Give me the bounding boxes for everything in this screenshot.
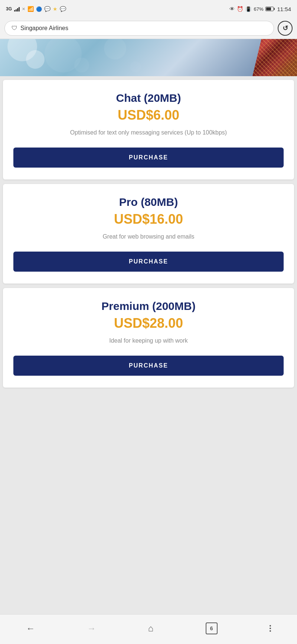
star-icon: ★ — [53, 6, 58, 12]
forward-icon: → — [87, 623, 96, 634]
home-icon: ⌂ — [148, 623, 154, 634]
pro-plan-description: Great for web browsing and emails — [102, 232, 194, 241]
hero-image — [0, 39, 297, 76]
url-text: Singapore Airlines — [20, 25, 68, 32]
signal-3g-label: 3G — [6, 6, 12, 12]
chat-plan-name: Chat (20MB) — [116, 92, 181, 104]
reload-button[interactable]: ↺ — [278, 21, 293, 36]
pro-plan-price: USD$16.00 — [114, 211, 183, 227]
back-button[interactable]: ← — [23, 620, 38, 637]
chat-plan-price: USD$6.00 — [118, 107, 179, 123]
home-button[interactable]: ⌂ — [145, 620, 157, 637]
url-bar[interactable]: 🛡 Singapore Airlines — [4, 21, 274, 36]
bluetooth-icon: 🔵 — [36, 6, 42, 12]
shield-icon: 🛡 — [12, 25, 17, 32]
tabs-count-label: 6 — [210, 625, 213, 631]
chat-plan-card: Chat (20MB) USD$6.00 Optimised for text … — [3, 80, 294, 179]
more-icon — [270, 625, 271, 632]
premium-plan-card: Premium (200MB) USD$28.00 Ideal for keep… — [3, 288, 294, 388]
main-content: Chat (20MB) USD$6.00 Optimised for text … — [0, 76, 297, 614]
status-right: 👁 ⏰ 📳 67% 11:54 — [229, 6, 291, 12]
back-icon: ← — [26, 623, 35, 634]
time-display: 11:54 — [277, 6, 291, 12]
battery-icon — [265, 7, 275, 11]
premium-plan-name: Premium (200MB) — [101, 300, 195, 313]
wechat-icon: 💬 — [60, 6, 66, 12]
premium-purchase-button[interactable]: PURCHASE — [13, 356, 284, 376]
reload-icon: ↺ — [283, 24, 288, 32]
pro-purchase-button[interactable]: PURCHASE — [13, 252, 284, 272]
vibrate-icon: 📳 — [245, 6, 251, 12]
signal-bars-icon — [14, 6, 20, 12]
wifi-icon: 📶 — [27, 6, 34, 12]
premium-plan-price: USD$28.00 — [114, 315, 183, 331]
more-button[interactable] — [267, 622, 274, 635]
tabs-button[interactable]: 6 — [203, 619, 221, 637]
signal-x-icon: ✕ — [22, 7, 25, 12]
premium-plan-description: Ideal for keeping up with work — [109, 336, 188, 345]
chat-purchase-button[interactable]: PURCHASE — [13, 148, 284, 168]
chat-plan-description: Optimised for text only messaging servic… — [70, 128, 227, 137]
eye-icon: 👁 — [229, 6, 235, 12]
forward-button[interactable]: → — [84, 620, 99, 637]
hero-background — [0, 39, 297, 76]
bottom-navigation: ← → ⌂ 6 — [0, 614, 297, 644]
message-icon: 💬 — [44, 6, 50, 12]
address-bar: 🛡 Singapore Airlines ↺ — [0, 18, 297, 39]
pro-plan-name: Pro (80MB) — [119, 196, 178, 208]
alarm-icon: ⏰ — [237, 6, 243, 12]
battery-percent: 67% — [254, 6, 263, 12]
tabs-count-badge: 6 — [206, 622, 218, 634]
pro-plan-card: Pro (80MB) USD$16.00 Great for web brows… — [3, 184, 294, 284]
status-left: 3G ✕ 📶 🔵 💬 ★ 💬 — [6, 6, 66, 12]
status-bar: 3G ✕ 📶 🔵 💬 ★ 💬 👁 ⏰ 📳 67% 11:54 — [0, 0, 297, 18]
